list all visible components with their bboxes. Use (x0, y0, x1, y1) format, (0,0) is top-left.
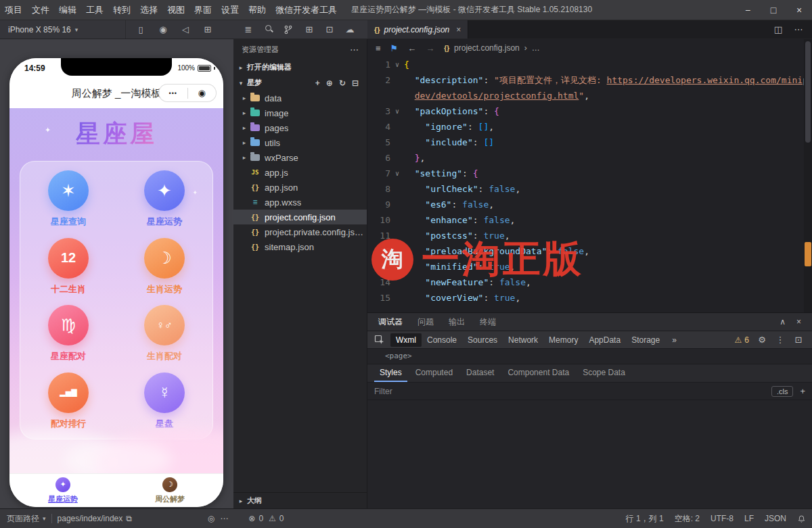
indentation-setting[interactable]: 空格: 2 (675, 513, 700, 525)
app-zodiac-match[interactable]: ♀♂生肖配对 (116, 300, 212, 368)
inspect-element-icon[interactable] (374, 335, 385, 345)
maximize-button[interactable]: □ (761, 0, 786, 20)
fold-icon[interactable]: ∨ (390, 103, 404, 119)
tree-item-data[interactable]: ▸data (233, 91, 367, 105)
tab-dream-interpretation[interactable]: ☽周公解梦 (116, 474, 223, 507)
more-tabs-icon[interactable]: » (667, 333, 682, 347)
app-astrolabe[interactable]: ☿星盘 (116, 368, 212, 435)
tree-item-app.js[interactable]: JSapp.js (233, 165, 367, 180)
tree-item-image[interactable]: ▸image (233, 105, 367, 120)
tree-item-app.json[interactable]: {}app.json (233, 180, 367, 195)
app-constellation-search[interactable]: ✶星座查询 (20, 166, 116, 233)
tree-item-utils[interactable]: ▸utils (233, 135, 367, 150)
bell-icon[interactable] (797, 514, 805, 523)
record-icon[interactable]: ◉ (158, 24, 168, 34)
styles-tab-Computed[interactable]: Computed (410, 364, 458, 382)
capsule-more-icon[interactable]: ••• (159, 90, 187, 97)
menu-item[interactable]: 设置 (217, 0, 244, 20)
new-folder-icon[interactable]: ⊕ (326, 78, 333, 88)
outline-section[interactable]: ▸ 大纲 (233, 492, 367, 508)
page-path-selector[interactable]: 页面路径 ▾ (7, 513, 46, 525)
minimize-button[interactable]: − (735, 0, 761, 20)
editor-scrollbar[interactable] (804, 39, 812, 312)
tree-item-wxParse[interactable]: ▸wxParse (233, 150, 367, 165)
branch-icon[interactable] (284, 25, 294, 34)
styles-filter-input[interactable] (374, 387, 577, 396)
menu-item[interactable]: 界面 (189, 0, 217, 20)
tree-item-sitemap.json[interactable]: {}sitemap.json (233, 239, 367, 254)
devtools-tab-Wxml[interactable]: Wxml (390, 333, 422, 347)
app-match-ranking[interactable]: ▂▅▇配对排行 (20, 368, 116, 435)
forward-icon[interactable]: → (426, 43, 434, 53)
menu-item[interactable]: 帮助 (244, 0, 271, 20)
panel-tab-调试器[interactable]: 调试器 (378, 316, 403, 328)
tree-item-project.private.config.js…[interactable]: {}project.private.config.js… (233, 224, 367, 239)
dom-tree-snippet[interactable]: <page> (367, 349, 812, 364)
kebab-menu-icon[interactable]: ⋮ (775, 335, 786, 345)
encoding-setting[interactable]: UTF-8 (710, 514, 734, 523)
panels-icon[interactable]: ≣ (243, 24, 254, 34)
tree-item-pages[interactable]: ▸pages (233, 120, 367, 135)
fold-icon[interactable]: ∨ (390, 57, 404, 72)
split-editor-icon[interactable]: ◫ (773, 24, 784, 34)
page-path-value[interactable]: pages/index/index ⧉ (58, 514, 132, 523)
cursor-position[interactable]: 行 1，列 1 (626, 513, 664, 525)
eye-icon[interactable]: ◎ (208, 514, 215, 523)
menu-item[interactable]: 项目 (0, 0, 27, 20)
back-icon[interactable]: ← (407, 43, 416, 53)
settings-gear-icon[interactable]: ⚙ (757, 335, 767, 345)
open-editors-section[interactable]: ▸ 打开的编辑器 (233, 59, 367, 75)
devtools-tab-Console[interactable]: Console (422, 333, 462, 347)
fold-icon[interactable]: ∨ (390, 166, 404, 181)
grid-icon[interactable]: ⊞ (304, 24, 315, 34)
app-zodiac-fortune[interactable]: ☽生肖运势 (116, 233, 212, 301)
phone-simulator[interactable]: 14:59 100% 周公解梦 _一淘模板 ••• ◉ (9, 58, 223, 507)
warning-count[interactable]: ⚠ 0 (269, 514, 284, 523)
copy-icon[interactable]: ⧉ (126, 514, 132, 523)
add-class-icon[interactable]: + (800, 386, 805, 396)
more-actions-icon[interactable]: ⋯ (220, 514, 228, 523)
styles-tab-Component Data[interactable]: Component Data (502, 364, 574, 382)
list-icon[interactable]: ≡ (376, 43, 381, 53)
devtools-tab-Memory[interactable]: Memory (543, 333, 583, 347)
capsule-close-icon[interactable]: ◉ (188, 88, 217, 98)
devtools-tab-Storage[interactable]: Storage (626, 333, 665, 347)
menu-item[interactable]: 文件 (27, 0, 54, 20)
close-panel-icon[interactable]: × (796, 317, 801, 327)
device-selector[interactable]: iPhone X 85% 16 ▾ (0, 20, 126, 39)
menu-item[interactable]: 转到 (108, 0, 135, 20)
small-window-icon[interactable]: ⊡ (324, 24, 335, 34)
breadcrumb[interactable]: {} project.config.json › … (444, 43, 540, 53)
refresh-icon[interactable]: ↻ (339, 78, 346, 88)
tree-item-project.config.json[interactable]: {}project.config.json (233, 210, 367, 224)
rotate-icon[interactable]: ◁ (180, 24, 191, 34)
menu-item[interactable]: 选择 (135, 0, 162, 20)
search-icon[interactable] (263, 24, 274, 35)
more-actions-icon[interactable]: ⋯ (350, 45, 359, 55)
close-tab-icon[interactable]: × (456, 25, 461, 34)
tab-constellation-fortune[interactable]: ✦星座运势 (9, 474, 116, 507)
panel-tab-问题[interactable]: 问题 (418, 316, 434, 328)
devtools-tab-Network[interactable]: Network (503, 333, 543, 347)
close-button[interactable]: × (786, 0, 812, 20)
error-count[interactable]: ⊗ 0 (248, 514, 263, 523)
app-zodiac-twelve[interactable]: 12十二生肖 (20, 233, 116, 301)
styles-tab-Styles[interactable]: Styles (374, 364, 407, 382)
menu-item[interactable]: 工具 (81, 0, 108, 20)
tree-item-app.wxss[interactable]: ≡app.wxss (233, 195, 367, 210)
multi-window-icon[interactable]: ⊞ (202, 24, 213, 34)
new-file-icon[interactable]: + (315, 78, 320, 88)
mobile-icon[interactable]: ▯ (135, 24, 146, 34)
project-section[interactable]: ▾ 星梦 + ⊕ ↻ ⊟ (233, 75, 367, 91)
tab-project-config-json[interactable]: {} project.config.json × (367, 20, 468, 39)
app-constellation-match[interactable]: ♍星座配对 (20, 300, 116, 368)
menu-item[interactable]: 视图 (162, 0, 189, 20)
menu-item[interactable]: 微信开发者工具 (271, 0, 342, 20)
styles-tab-Dataset[interactable]: Dataset (461, 364, 499, 382)
collapse-all-icon[interactable]: ⊟ (352, 78, 359, 88)
panel-tab-终端[interactable]: 终端 (480, 316, 496, 328)
menu-item[interactable]: 编辑 (54, 0, 81, 20)
devtools-tab-AppData[interactable]: AppData (583, 333, 626, 347)
devtools-tab-Sources[interactable]: Sources (462, 333, 503, 347)
more-actions-icon[interactable]: ⋯ (793, 24, 804, 34)
